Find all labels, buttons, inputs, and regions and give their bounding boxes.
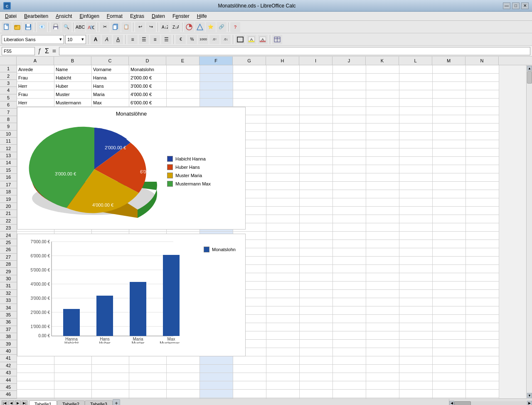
cell[interactable] — [300, 74, 333, 82]
currency-button[interactable]: € — [176, 35, 186, 44]
row-header-12[interactable]: 12 — [0, 145, 17, 152]
cell[interactable] — [92, 356, 129, 365]
cell[interactable] — [399, 265, 433, 273]
redo-button[interactable]: ↪ — [146, 22, 156, 32]
cell[interactable] — [333, 198, 366, 207]
cell[interactable] — [200, 373, 233, 381]
cell[interactable] — [399, 240, 433, 248]
cell[interactable] — [399, 282, 433, 290]
cell[interactable] — [333, 273, 366, 282]
row-header-33[interactable]: 33 — [0, 297, 17, 304]
col-header-e[interactable]: E — [166, 57, 200, 65]
cell[interactable] — [399, 215, 433, 223]
cell[interactable] — [333, 298, 366, 306]
cell[interactable] — [167, 390, 200, 398]
cell[interactable] — [266, 282, 300, 290]
cell[interactable] — [399, 356, 433, 365]
cell[interactable] — [466, 74, 499, 82]
cell[interactable] — [399, 132, 433, 140]
cell[interactable] — [17, 373, 54, 381]
cell[interactable] — [366, 215, 399, 223]
cell[interactable] — [300, 207, 333, 215]
scroll-left-button[interactable]: ◀ — [449, 401, 454, 405]
cell[interactable] — [399, 373, 433, 381]
cell[interactable] — [366, 140, 399, 148]
cell[interactable] — [399, 365, 433, 373]
cell[interactable] — [433, 157, 466, 165]
cell[interactable] — [466, 381, 499, 390]
cell[interactable] — [167, 398, 200, 398]
cell[interactable] — [466, 331, 499, 340]
cell[interactable] — [466, 90, 499, 99]
cell[interactable] — [433, 381, 466, 390]
cell[interactable] — [399, 390, 433, 398]
cell[interactable] — [200, 99, 233, 107]
col-header-n[interactable]: N — [466, 57, 499, 65]
col-header-l[interactable]: L — [399, 57, 432, 65]
cell[interactable] — [200, 390, 233, 398]
cell[interactable] — [266, 348, 300, 356]
cell[interactable] — [366, 123, 399, 132]
cell[interactable] — [399, 148, 433, 157]
cell[interactable] — [366, 198, 399, 207]
menu-einfuegen[interactable]: Einfügen — [76, 12, 102, 20]
cell[interactable]: 6'000.00 € — [129, 99, 167, 107]
bold-button[interactable]: A — [91, 35, 101, 44]
cell[interactable] — [129, 390, 167, 398]
add-sheet-button[interactable]: + — [113, 399, 120, 405]
maximize-button[interactable]: □ — [512, 2, 520, 9]
cell[interactable] — [300, 265, 333, 273]
cell[interactable] — [333, 373, 366, 381]
cell[interactable] — [399, 348, 433, 356]
cell[interactable] — [333, 348, 366, 356]
row-header-13[interactable]: 13 — [0, 152, 17, 159]
cell[interactable]: Max — [92, 99, 129, 107]
cell[interactable] — [233, 90, 266, 99]
cell[interactable] — [466, 173, 499, 182]
cell[interactable] — [399, 232, 433, 240]
cell[interactable] — [266, 223, 300, 232]
cell[interactable] — [300, 182, 333, 190]
row-header-15[interactable]: 15 — [0, 167, 17, 174]
cell[interactable] — [266, 257, 300, 265]
cell[interactable] — [333, 282, 366, 290]
cell[interactable] — [333, 190, 366, 198]
menu-extras[interactable]: Extras — [127, 12, 148, 20]
cell[interactable] — [366, 240, 399, 248]
cell[interactable] — [366, 182, 399, 190]
cell[interactable] — [266, 298, 300, 306]
save-button[interactable] — [23, 22, 33, 32]
row-header-9[interactable]: 9 — [0, 123, 17, 130]
cell-reference[interactable]: F55 — [2, 47, 35, 55]
cell[interactable] — [167, 356, 200, 365]
col-header-g[interactable]: G — [233, 57, 266, 65]
cell[interactable] — [399, 257, 433, 265]
cell[interactable] — [433, 123, 466, 132]
cell[interactable] — [466, 315, 499, 323]
cell[interactable] — [433, 74, 466, 82]
spell-button[interactable]: ABC — [75, 22, 85, 32]
cell[interactable] — [300, 290, 333, 298]
cell[interactable] — [433, 282, 466, 290]
chart-button[interactable] — [184, 22, 194, 32]
cell[interactable] — [366, 190, 399, 198]
cell[interactable] — [366, 323, 399, 331]
cell[interactable] — [399, 115, 433, 123]
cell[interactable] — [366, 398, 399, 398]
col-header-m[interactable]: M — [432, 57, 466, 65]
sort-desc-button[interactable]: Z↓A — [170, 22, 180, 32]
row-header-40[interactable]: 40 — [0, 348, 17, 355]
cell[interactable] — [200, 82, 233, 90]
cell[interactable] — [300, 82, 333, 90]
cell[interactable] — [433, 140, 466, 148]
cell[interactable] — [54, 373, 92, 381]
cell[interactable] — [333, 74, 366, 82]
cell[interactable] — [366, 265, 399, 273]
cell[interactable]: Mustermann — [54, 99, 92, 107]
cell[interactable] — [266, 132, 300, 140]
formula-icon[interactable]: = — [51, 47, 57, 55]
cell[interactable] — [167, 82, 200, 90]
cell[interactable]: Huber — [54, 82, 92, 90]
cell[interactable] — [233, 74, 266, 82]
cell[interactable] — [300, 90, 333, 99]
